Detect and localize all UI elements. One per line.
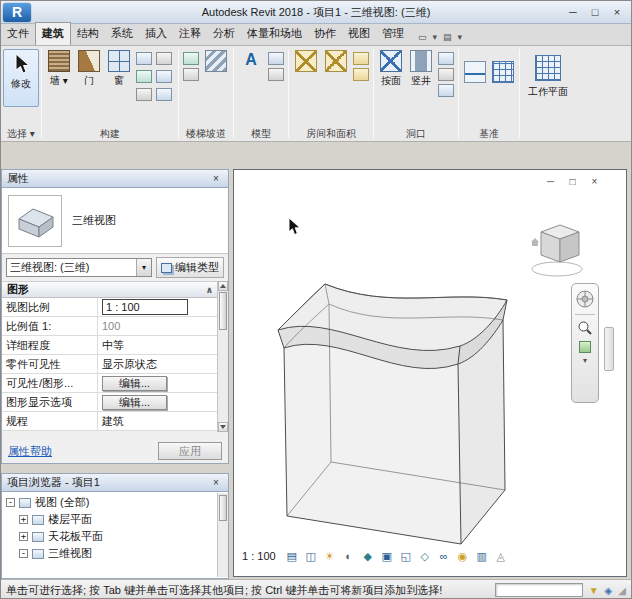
type-selector-dropdown[interactable]: 三维视图: (三维) ▾ [6, 258, 152, 277]
properties-help-link[interactable]: 属性帮助 [8, 444, 52, 459]
ribbon-cycle-icon[interactable]: ▭ [416, 32, 429, 42]
scroll-down-icon[interactable] [218, 422, 228, 432]
tree-item-ceiling-plans[interactable]: + 天花板平面 [2, 528, 228, 545]
tab-manage[interactable]: 管理 [376, 23, 410, 45]
tree-expander-icon[interactable]: - [19, 549, 28, 558]
roof-button[interactable] [136, 70, 152, 83]
worksets-box[interactable] [495, 583, 583, 597]
modify-button[interactable]: 修改 [3, 49, 39, 107]
shaft-opening-button[interactable]: 竖井 [406, 47, 436, 119]
ribbon-panel-icon[interactable]: ▤ [441, 32, 454, 42]
grid-button[interactable] [489, 51, 517, 95]
ramp-button[interactable] [183, 68, 199, 81]
temporary-hide-isolate-icon[interactable]: ∞ [436, 548, 452, 564]
view-minimize-icon[interactable]: ─ [543, 176, 558, 187]
unlocked-3d-view-icon[interactable]: ◇ [417, 548, 433, 564]
level-button[interactable] [461, 51, 489, 95]
chevron-down-icon[interactable]: ▾ [136, 259, 151, 276]
reveal-hidden-elements-icon[interactable]: ◉ [455, 548, 471, 564]
view-close-icon[interactable]: × [587, 176, 602, 187]
close-button[interactable]: × [606, 3, 628, 21]
section-collapse-icon[interactable]: ∧ [206, 285, 213, 295]
tab-systems[interactable]: 系统 [105, 23, 139, 45]
window-button[interactable]: 窗 [104, 47, 134, 119]
room-button[interactable] [291, 47, 321, 119]
render-dialog-icon[interactable]: ◆ [360, 548, 376, 564]
tree-expander-icon[interactable]: - [6, 498, 15, 507]
tree-item-views-all[interactable]: - 视图 (全部) [2, 494, 228, 511]
project-browser-scrollbar[interactable] [217, 493, 228, 577]
wall-button[interactable]: 墙 ▾ [44, 47, 74, 119]
discipline-value[interactable]: 建筑 [98, 412, 218, 430]
stairs-group-label[interactable]: 楼梯坡道 [181, 126, 231, 141]
railing-button[interactable] [183, 52, 199, 65]
properties-scrollbar[interactable] [217, 281, 228, 432]
sun-path-icon[interactable]: ☀ [322, 548, 338, 564]
vertical-opening-button[interactable] [438, 68, 454, 81]
shadows-icon[interactable]: ◐ [341, 548, 357, 564]
detail-level-value[interactable]: 中等 [98, 336, 218, 354]
area-button[interactable] [321, 47, 351, 119]
tab-file[interactable]: 文件 [1, 23, 35, 45]
workplane-panel-button[interactable]: 工作平面 [522, 47, 574, 131]
dormer-opening-button[interactable] [438, 84, 454, 97]
datum-group-label[interactable]: 基准 [461, 126, 517, 141]
visibility-edit-button[interactable]: 编辑... [102, 376, 167, 391]
tree-item-3d-views[interactable]: - 三维视图 [2, 545, 228, 562]
room-separator-button[interactable] [353, 52, 369, 65]
model-text-button[interactable]: A [236, 47, 266, 119]
tree-item-label[interactable]: 天花板平面 [48, 529, 103, 544]
room-area-group-label[interactable]: 房间和面积 [291, 126, 371, 141]
ceiling-button[interactable] [156, 70, 172, 83]
scrollbar-thumb[interactable] [219, 292, 227, 330]
tab-collaborate[interactable]: 协作 [308, 23, 342, 45]
crop-view-icon[interactable]: ▣ [379, 548, 395, 564]
floor-button[interactable] [136, 88, 152, 101]
minimize-button[interactable]: ─ [562, 3, 584, 21]
project-browser-close-icon[interactable]: × [209, 477, 223, 488]
view-restore-icon[interactable]: □ [565, 176, 580, 187]
type-preview-image[interactable] [8, 195, 62, 247]
maximize-button[interactable]: □ [584, 3, 606, 21]
wall-opening-button[interactable] [438, 52, 454, 65]
column-button[interactable] [156, 52, 172, 65]
selection-toggle-icon[interactable]: ◈ [605, 585, 613, 596]
tree-item-label[interactable]: 三维视图 [48, 546, 92, 561]
drawing-area[interactable]: ─ □ × ▾ 1 : 100 [233, 169, 627, 577]
build-group-label[interactable]: 构建 [44, 126, 176, 141]
show-constraints-icon[interactable]: ◬ [493, 548, 509, 564]
orbit-icon[interactable] [579, 341, 591, 353]
filter-icon[interactable]: ▼ [589, 585, 599, 596]
steering-wheel-icon[interactable] [575, 289, 595, 309]
opening-group-label[interactable]: 洞口 [376, 126, 456, 141]
model-group-button[interactable] [268, 68, 284, 81]
detail-level-icon[interactable]: ▤ [284, 548, 300, 564]
view-scale-button[interactable]: 1 : 100 [240, 550, 281, 562]
tab-architecture[interactable]: 建筑 [35, 22, 71, 45]
edit-type-button[interactable]: 编辑类型 [156, 257, 224, 278]
tab-view[interactable]: 视图 [342, 23, 376, 45]
temporary-view-properties-icon[interactable]: ▥ [474, 548, 490, 564]
show-crop-region-icon[interactable]: ◱ [398, 548, 414, 564]
navbar-more-icon[interactable]: ▾ [583, 358, 587, 364]
properties-close-icon[interactable]: × [209, 173, 223, 184]
parts-visibility-value[interactable]: 显示原状态 [98, 355, 218, 373]
zoom-icon[interactable] [577, 320, 593, 336]
tab-structure[interactable]: 结构 [71, 23, 105, 45]
tab-annotate[interactable]: 注释 [173, 23, 207, 45]
graphic-display-edit-button[interactable]: 编辑... [102, 395, 167, 410]
view-cube[interactable] [528, 218, 590, 280]
tree-item-label[interactable]: 楼层平面 [48, 512, 92, 527]
tab-analyze[interactable]: 分析 [207, 23, 241, 45]
door-button[interactable]: 门 [74, 47, 104, 119]
section-header-graphics[interactable]: 图形 ∧ [2, 281, 218, 298]
tab-insert[interactable]: 插入 [139, 23, 173, 45]
visual-style-icon[interactable]: ◫ [303, 548, 319, 564]
opening-by-face-button[interactable]: 按面 [376, 47, 406, 119]
scrollbar-thumb[interactable] [219, 495, 227, 521]
model-group-label[interactable]: 模型 [236, 126, 286, 141]
component-button[interactable] [136, 52, 152, 65]
tree-expander-icon[interactable]: + [19, 532, 28, 541]
navigation-bar-handle[interactable] [604, 327, 614, 371]
ribbon-panel-arrow-icon[interactable]: ▾ [456, 32, 465, 42]
